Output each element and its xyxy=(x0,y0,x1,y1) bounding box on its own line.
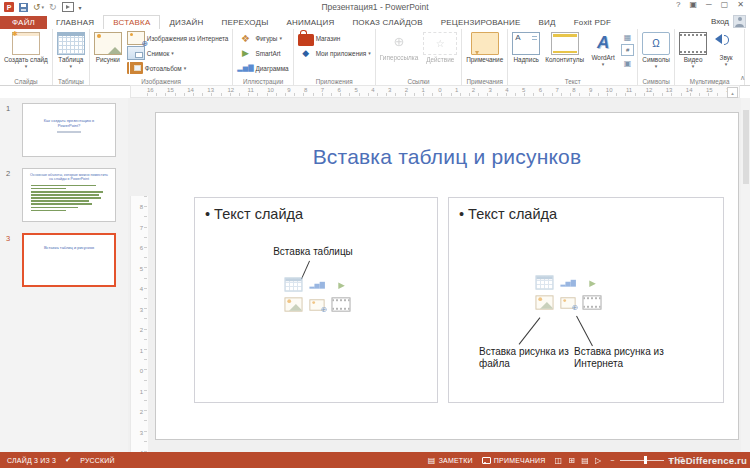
save-button[interactable] xyxy=(19,3,28,12)
normal-view-button[interactable]: ◫ xyxy=(555,456,563,465)
minimize-button[interactable]: ─ xyxy=(706,0,712,9)
action-icon xyxy=(423,32,457,55)
content-placeholder-left[interactable]: Текст слайда Вставка таблицы xyxy=(194,197,438,403)
help-button[interactable]: ? xyxy=(676,0,680,9)
thumbnail-title: Вставка таблиц и рисунков xyxy=(24,245,114,250)
text-box-button[interactable]: Надпись xyxy=(510,31,542,63)
ribbon-group-label: Мультимедиа xyxy=(675,78,744,85)
slide-thumbnail-2[interactable]: Основные объекты, которые можно поместит… xyxy=(22,168,116,222)
ruler-mark: 6 xyxy=(140,245,143,251)
view-switcher: ◫⊞▤▷ xyxy=(555,456,602,465)
vertical-ruler[interactable]: 87654321012345678 xyxy=(130,196,148,468)
button-label: Действие xyxy=(426,56,454,63)
insert-online-pictures-button[interactable] xyxy=(307,296,327,313)
scroll-up-icon[interactable]: ▴ xyxy=(727,87,738,98)
insert-chart-button[interactable] xyxy=(307,276,327,293)
comment-button[interactable]: Примечание xyxy=(464,31,505,63)
slideshow-view-button[interactable]: ▷ xyxy=(595,456,601,465)
object-button[interactable] xyxy=(620,57,635,69)
insert-chart-button[interactable] xyxy=(558,274,578,291)
screenshot-button[interactable]: Снимок▾ xyxy=(125,46,231,60)
tab-foxit-pdf[interactable]: Foxit PDF xyxy=(565,16,620,29)
ribbon-group-label: Символы xyxy=(638,78,674,85)
comments-toggle[interactable]: ПРИМЕЧАНИЯ xyxy=(482,457,546,464)
tab-slideshow[interactable]: ПОКАЗ СЛАЙДОВ xyxy=(343,16,431,29)
ribbon-group: ПримечаниеПримечания xyxy=(462,29,508,85)
video-button[interactable]: Видео▾ xyxy=(677,31,709,69)
bullet-text[interactable]: Текст слайда xyxy=(459,206,723,222)
workspace: 1Как создать презентацию в PowerPoint?2О… xyxy=(0,98,750,452)
language-indicator[interactable]: РУССКИЙ xyxy=(80,457,115,464)
customize-qat-button[interactable] xyxy=(79,4,82,11)
notes-label: ЗАМЕТКИ xyxy=(439,457,473,464)
header-footer-button[interactable]: Колонтитулы xyxy=(543,31,586,63)
online-pictures-button[interactable]: Изображения из Интернета xyxy=(125,31,231,45)
tab-review[interactable]: РЕЦЕНЗИРОВАНИЕ xyxy=(432,16,530,29)
new-slide-button[interactable]: Создать слайд▾ xyxy=(2,31,50,69)
horizontal-ruler[interactable]: 1615141312111098765432101234567891011121… xyxy=(130,85,740,98)
tab-animations[interactable]: АНИМАЦИЯ xyxy=(278,16,344,29)
slide-thumbnail-panel[interactable]: 1Как создать презентацию в PowerPoint?2О… xyxy=(0,98,128,452)
undo-button[interactable]: ▾ xyxy=(33,2,44,12)
insert-smartart-button[interactable] xyxy=(582,274,602,291)
zoom-out-button[interactable]: − xyxy=(610,457,614,464)
proofing-icon[interactable] xyxy=(65,456,71,464)
close-button[interactable]: ✕ xyxy=(737,0,744,9)
slide-number-button[interactable] xyxy=(620,44,635,56)
ppt-logo-icon xyxy=(4,2,14,12)
redo-button[interactable] xyxy=(49,2,57,12)
content-placeholder-right[interactable]: Текст слайда Вставка рисунка из файла Вс… xyxy=(448,197,724,403)
store-button[interactable]: Магазин xyxy=(296,31,373,45)
photo-album-button[interactable]: Фотоальбом▾ xyxy=(125,61,231,75)
symbols-button[interactable]: Символы▾ xyxy=(640,31,672,69)
reading-view-button[interactable]: ▤ xyxy=(581,456,589,465)
video-icon xyxy=(679,32,707,55)
ribbon-group: ГиперссылкаДействиеСсылки xyxy=(376,29,462,85)
online-pictures-icon xyxy=(560,297,575,308)
slide-thumbnail-3[interactable]: Вставка таблиц и рисунков xyxy=(22,233,116,287)
slide-canvas[interactable]: Вставка таблиц и рисунков Текст слайда В… xyxy=(155,112,739,440)
user-avatar-icon[interactable] xyxy=(733,15,746,28)
tab-insert[interactable]: ВСТАВКА xyxy=(103,15,160,30)
insert-online-pictures-button[interactable] xyxy=(558,294,578,311)
insert-smartart-button[interactable] xyxy=(331,276,351,293)
chart-button[interactable]: Диаграмма xyxy=(235,61,290,75)
notes-toggle[interactable]: ЗАМЕТКИ xyxy=(428,456,473,465)
photo-album-icon xyxy=(127,62,143,74)
audio-button[interactable]: Звук▾ xyxy=(710,31,742,67)
collapse-ribbon-icon[interactable]: ∧ xyxy=(740,74,745,466)
notes-icon xyxy=(428,456,436,465)
my-apps-button[interactable]: Мои приложения▾ xyxy=(296,46,373,60)
smartart-button[interactable]: SmartArt xyxy=(235,46,290,60)
insert-pictures-button[interactable] xyxy=(283,296,303,313)
tab-transitions[interactable]: ПЕРЕХОДЫ xyxy=(213,16,278,29)
watermark: TheDifference.ru xyxy=(668,455,747,466)
slide-thumbnail-row: 1Как создать презентацию в PowerPoint? xyxy=(6,103,122,157)
slide-title[interactable]: Вставка таблиц и рисунков xyxy=(156,145,738,169)
sign-in-area[interactable]: Вход xyxy=(711,15,746,28)
powerpoint-button[interactable] xyxy=(4,2,14,12)
maximize-button[interactable]: ▢ xyxy=(721,0,729,9)
insert-table-button[interactable] xyxy=(534,274,554,291)
tab-file[interactable]: ФАЙЛ xyxy=(0,16,47,29)
zoom-slider-thumb[interactable] xyxy=(644,456,647,464)
slide-sorter-view-button[interactable]: ⊞ xyxy=(568,456,575,465)
tab-home[interactable]: ГЛАВНАЯ xyxy=(47,16,103,29)
sign-in-label[interactable]: Вход xyxy=(711,17,729,26)
insert-table-button[interactable]: Таблица▾ xyxy=(55,31,87,69)
insert-video-button[interactable] xyxy=(582,294,602,311)
insert-table-button[interactable] xyxy=(283,276,303,293)
insert-video-button[interactable] xyxy=(331,296,351,313)
zoom-slider[interactable] xyxy=(620,460,664,461)
start-slideshow-button[interactable] xyxy=(62,2,74,12)
slide-thumbnail-1[interactable]: Как создать презентацию в PowerPoint? xyxy=(22,103,116,157)
bullet-text[interactable]: Текст слайда xyxy=(205,206,437,222)
wordart-button[interactable]: WordArt▾ xyxy=(587,31,619,67)
insert-pictures-button[interactable] xyxy=(534,294,554,311)
tab-design[interactable]: ДИЗАЙН xyxy=(160,16,212,29)
ribbon-display-options-button[interactable]: ▣ xyxy=(690,0,698,9)
pictures-button[interactable]: Рисунки xyxy=(92,31,124,63)
shapes-button[interactable]: Фигуры▾ xyxy=(235,31,290,45)
tab-view[interactable]: ВИД xyxy=(530,16,565,29)
date-time-button[interactable] xyxy=(620,31,635,43)
